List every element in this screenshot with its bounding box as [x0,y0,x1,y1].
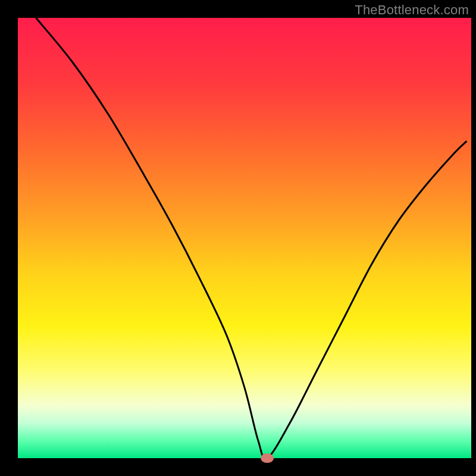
chart-background [18,18,471,458]
bottleneck-chart [0,0,476,476]
chart-container: TheBottleneck.com [0,0,476,476]
watermark-text: TheBottleneck.com [355,2,469,18]
minimum-marker [261,453,274,463]
